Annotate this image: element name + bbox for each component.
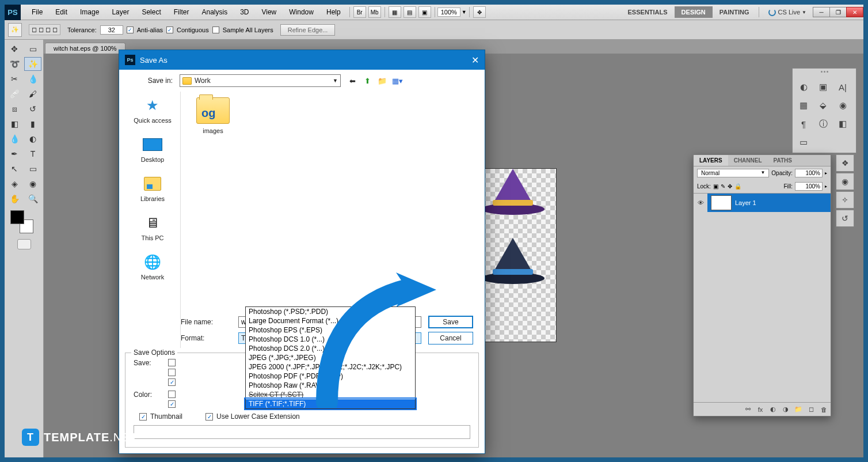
paths-icon[interactable]: ✧ [836, 191, 854, 209]
crop-tool-icon[interactable]: ✂ [6, 72, 23, 86]
sample-all-checkbox[interactable] [212, 26, 219, 33]
refine-edge-button[interactable]: Refine Edge... [280, 24, 336, 36]
tolerance-input[interactable] [100, 25, 123, 35]
lowercase-checkbox[interactable]: ✓Use Lower Case Extension [205, 412, 300, 421]
cs-live-button[interactable]: CS Live ▼ [762, 9, 813, 16]
lock-transparency-icon[interactable]: ✎ [721, 183, 725, 190]
window-minimize-button[interactable]: ─ [813, 7, 830, 17]
save-option-1[interactable] [168, 359, 176, 366]
view-rulers-icon[interactable]: ▤ [403, 6, 416, 18]
character-panel-icon[interactable]: A| [834, 79, 851, 95]
format-option[interactable]: JPEG (*.JPG;*.JPEG) [246, 353, 415, 362]
lock-pixels-icon[interactable]: ▣ [713, 183, 718, 190]
menu-view[interactable]: View [255, 8, 283, 16]
menu-help[interactable]: Help [320, 8, 347, 16]
3d-tool-icon[interactable]: ◈ [6, 177, 23, 191]
format-option[interactable]: Photoshop PDF (*.PDF;*.PDP) [246, 372, 415, 381]
window-restore-button[interactable]: ❐ [829, 7, 847, 17]
save-option-3[interactable]: ✓ [168, 378, 176, 386]
workspace-essentials[interactable]: ESSENTIALS [621, 6, 675, 18]
hand-tool-icon[interactable]: ✋ [6, 192, 23, 206]
format-option[interactable]: JPEG 2000 (*.JPF;*.JPX;*.JP2;*.J2C;*.J2K… [246, 362, 415, 372]
channels-icon[interactable]: ◉ [836, 173, 854, 190]
link-layers-icon[interactable]: ⚯ [743, 405, 752, 414]
info-panel-icon[interactable]: ⓘ [814, 116, 832, 132]
healing-tool-icon[interactable]: 🩹 [6, 87, 23, 101]
layer-thumbnail[interactable] [711, 195, 732, 210]
new-folder-icon[interactable]: 📁 [376, 75, 388, 86]
brush-tool-icon[interactable]: 🖌 [24, 87, 41, 101]
layers-tab[interactable]: LAYERS [694, 155, 728, 166]
workspace-painting[interactable]: PAINTING [713, 6, 756, 18]
anti-alias-checkbox[interactable]: ✓ [127, 26, 134, 33]
subtract-selection-icon[interactable]: ◻ [45, 26, 51, 33]
masks-panel-icon[interactable]: ▣ [814, 79, 832, 95]
menu-window[interactable]: Window [283, 8, 320, 16]
eraser-tool-icon[interactable]: ◧ [6, 117, 23, 131]
workspace-design[interactable]: DESIGN [675, 6, 713, 18]
document-tab[interactable]: witch hat.eps @ 100% [45, 43, 125, 54]
format-option[interactable]: Photoshop Raw (*.RAW) [246, 381, 415, 390]
menu-analysis[interactable]: Analysis [195, 8, 234, 16]
format-option[interactable]: Photoshop (*.PSD;*.PDD) [246, 307, 415, 316]
opacity-input[interactable]: 100% [795, 169, 823, 177]
move-tool-icon[interactable]: ✥ [6, 42, 23, 56]
history-icon[interactable]: ↺ [836, 210, 854, 227]
nav-up-icon[interactable]: ⬆ [361, 75, 373, 86]
layer-style-icon[interactable]: fx [756, 405, 765, 414]
gradient-tool-icon[interactable]: ▮ [24, 117, 41, 131]
view-menu-icon[interactable]: ▦▾ [391, 75, 403, 86]
menu-file[interactable]: File [25, 8, 49, 16]
cancel-button[interactable]: Cancel [428, 332, 473, 344]
format-option[interactable]: Photoshop DCS 2.0 (*...) [246, 344, 415, 353]
menu-image[interactable]: Image [74, 8, 105, 16]
format-option[interactable]: Large Document Format (*...) [246, 316, 415, 325]
lock-all-icon[interactable]: 🔒 [734, 183, 741, 190]
selection-mode-group[interactable]: ◻ ◻ ◻ ◻ [29, 24, 60, 35]
thumbnail-checkbox[interactable]: ✓Thumbnail [139, 412, 182, 421]
styles-panel-icon[interactable]: ⬙ [814, 97, 832, 113]
lock-position-icon[interactable]: ✥ [728, 183, 732, 190]
history-brush-icon[interactable]: ↺ [24, 102, 41, 116]
add-selection-icon[interactable]: ◻ [39, 26, 44, 33]
nav-back-icon[interactable]: ⬅ [347, 75, 358, 86]
zoom-tool-icon[interactable]: 🔍 [24, 192, 41, 206]
3d-camera-icon[interactable]: ◉ [24, 177, 41, 191]
adjustments-panel-icon[interactable]: ◐ [795, 79, 812, 95]
format-option[interactable]: Scitex CT (*.SCT) [246, 390, 415, 399]
active-tool-icon[interactable]: ✨ [8, 23, 22, 37]
type-tool-icon[interactable]: T [24, 147, 41, 161]
layer-visibility-icon[interactable]: 👁 [694, 194, 707, 212]
contiguous-checkbox[interactable]: ✓ [166, 26, 173, 33]
place-quick-access[interactable]: ★Quick access [134, 96, 171, 124]
color-option-1[interactable] [168, 391, 176, 398]
quick-mask-button[interactable] [17, 239, 31, 249]
format-option[interactable]: Photoshop EPS (*.EPS) [246, 325, 415, 335]
menu-edit[interactable]: Edit [49, 8, 74, 16]
folder-images[interactable]: og images [192, 97, 234, 134]
blur-tool-icon[interactable]: 💧 [6, 132, 23, 146]
dialog-titlebar[interactable]: Ps Save As ✕ [119, 50, 485, 70]
new-layer-icon[interactable]: ◻ [806, 405, 816, 414]
save-option-2[interactable] [168, 369, 176, 376]
swatches-panel-icon[interactable]: ▦ [795, 97, 812, 113]
minibridge-button[interactable]: Mb [368, 6, 381, 18]
navigator-panel-icon[interactable]: ▭ [795, 134, 812, 150]
hand-icon[interactable]: ✥ [473, 6, 486, 18]
paths-tab[interactable]: PATHS [768, 155, 798, 166]
delete-layer-icon[interactable]: 🗑 [819, 405, 828, 414]
adjustment-layer-icon[interactable]: ◑ [781, 405, 790, 414]
channels-tab[interactable]: CHANNEL [728, 155, 768, 166]
stamp-tool-icon[interactable]: ⧇ [6, 102, 23, 116]
group-icon[interactable]: 📁 [794, 405, 803, 414]
pen-tool-icon[interactable]: ✒ [6, 147, 23, 161]
place-desktop[interactable]: Desktop [141, 135, 164, 163]
dialog-close-button[interactable]: ✕ [471, 55, 479, 66]
view-guides-icon[interactable]: ▣ [418, 6, 431, 18]
marquee-tool-icon[interactable]: ▭ [24, 42, 41, 56]
layer-item[interactable]: 👁 Layer 1 [694, 194, 831, 212]
fill-input[interactable]: 100% [795, 182, 823, 191]
view-extras-icon[interactable]: ▦ [389, 6, 401, 18]
format-option[interactable]: Photoshop DCS 1.0 (*...) [246, 335, 415, 344]
color-panel-icon[interactable]: ◧ [834, 116, 851, 132]
